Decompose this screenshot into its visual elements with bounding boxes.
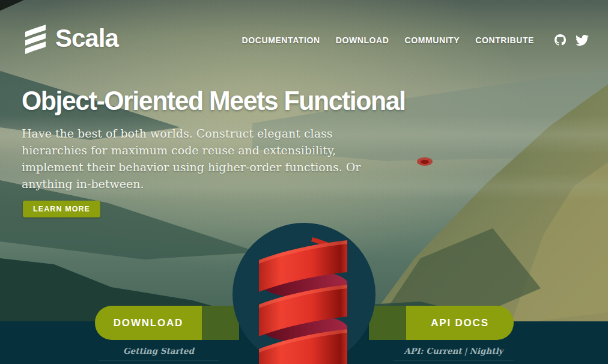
divider bbox=[99, 360, 219, 360]
nav-item-contribute[interactable]: CONTRIBUTE bbox=[475, 35, 534, 45]
api-links: API: Current|Nightly bbox=[394, 346, 514, 356]
nav-item-download[interactable]: DOWNLOAD bbox=[336, 35, 389, 45]
download-button[interactable]: DOWNLOAD bbox=[95, 306, 239, 340]
scala-homepage: Scala DOCUMENTATION DOWNLOAD COMMUNITY C… bbox=[0, 0, 608, 364]
nav-item-documentation[interactable]: DOCUMENTATION bbox=[242, 35, 320, 45]
twitter-icon[interactable] bbox=[576, 35, 589, 46]
hero-description: Have the best of both worlds. Construct … bbox=[22, 125, 367, 192]
getting-started-link[interactable]: Getting Started bbox=[99, 346, 219, 356]
site-header: Scala DOCUMENTATION DOWNLOAD COMMUNITY C… bbox=[0, 0, 608, 66]
scala-spiral-logo bbox=[259, 236, 347, 364]
red-oval-marker-center bbox=[421, 160, 429, 164]
download-button-label[interactable]: DOWNLOAD bbox=[95, 306, 202, 340]
getting-started-column: Getting Started ✱What's new in 2.11? bbox=[99, 346, 219, 364]
scala-logo-icon bbox=[20, 23, 50, 54]
api-links-separator: | bbox=[462, 346, 470, 356]
page-title: Object-Oriented Meets Functional bbox=[22, 85, 405, 117]
api-docs-button-label[interactable]: API DOCS bbox=[406, 306, 514, 340]
nav-item-community[interactable]: COMMUNITY bbox=[404, 35, 460, 45]
red-oval-marker bbox=[417, 157, 433, 166]
scala-logo[interactable]: Scala bbox=[20, 23, 118, 54]
main-nav: DOCUMENTATION DOWNLOAD COMMUNITY CONTRIB… bbox=[242, 34, 589, 46]
divider bbox=[394, 360, 514, 360]
api-nightly-link[interactable]: Nightly bbox=[470, 346, 503, 356]
api-docs-column: API: Current|Nightly All Previous and FA… bbox=[394, 346, 514, 364]
api-docs-button[interactable]: API DOCS bbox=[369, 306, 514, 340]
api-current-link[interactable]: API: Current bbox=[404, 346, 462, 356]
learn-more-button[interactable]: LEARN MORE bbox=[23, 201, 100, 217]
api-docs-button-tail bbox=[369, 306, 406, 340]
github-icon[interactable] bbox=[555, 34, 566, 46]
social-icons bbox=[555, 34, 589, 46]
download-button-tail bbox=[202, 306, 239, 340]
scala-logo-wordmark: Scala bbox=[55, 24, 118, 53]
